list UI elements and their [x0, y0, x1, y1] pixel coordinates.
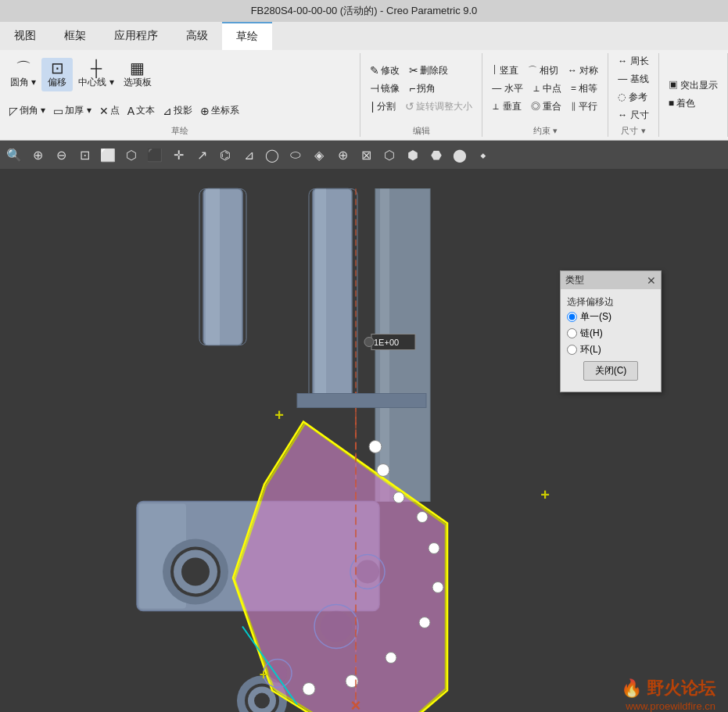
watermark: 🔥 野火论坛 www.proewildfire.cn — [621, 677, 715, 712]
cad-drawing: + + + × 1E+00 — [0, 169, 728, 712]
ribbon-btn-基线[interactable]: — 基线 — [615, 71, 651, 88]
svg-rect-6 — [315, 189, 326, 400]
tb-btn-orient3[interactable]: ⬛ — [144, 144, 166, 166]
ribbon-btn-水平[interactable]: — 水平 — [489, 81, 525, 97]
分割-icon: ∣ — [370, 100, 375, 113]
ribbon-btn-中心线-label: 中心线 ▾ — [78, 76, 113, 89]
选项板-icon: ▦ — [130, 60, 145, 76]
ribbon-btn-竖直[interactable]: ⏐ 竖直 — [489, 63, 521, 79]
radio-单一[interactable] — [567, 312, 577, 322]
ribbon-btn-坐标系[interactable]: ⊕ 坐标系 — [197, 102, 242, 119]
svg-text:+: + — [274, 406, 284, 424]
ribbon-btn-对称[interactable]: ↔ 对称 — [565, 63, 601, 79]
ribbon-group-dimension: ↔ 周长 — 基线 ◌ 参考 ↔ 尺寸 尺寸 ▾ — [608, 53, 658, 137]
ribbon-btn-平行[interactable]: ∥ 平行 — [568, 98, 601, 115]
ribbon-btn-删除段[interactable]: ✂ 删除段 — [406, 63, 451, 79]
menu-视图[interactable]: 视图 — [0, 22, 50, 50]
tb-btn-shape7[interactable]: ⬡ — [378, 144, 400, 166]
ribbon-btn-镜像[interactable]: ⊣ 镜像 — [367, 81, 403, 97]
ribbon-btn-删除段-label: 删除段 — [420, 64, 448, 77]
ribbon-btn-镜像-label: 镜像 — [381, 82, 400, 95]
ribbon-btn-拐角[interactable]: ⌐ 拐角 — [406, 81, 439, 97]
ribbon-btn-旋转调整大小[interactable]: ↺ 旋转调整大小 — [402, 98, 475, 115]
ribbon-btn-中心线[interactable]: ┼ 中心线 ▾ — [74, 58, 117, 91]
ribbon-group-items-sketching: ⌒ 圆角 ▾ ⊡ 偏移 ┼ 中心线 ▾ ▦ 选项板 — [6, 53, 353, 123]
ribbon-btn-周长[interactable]: ↔ 周长 — [615, 53, 651, 70]
tb-btn-shape3[interactable]: ⬭ — [285, 144, 307, 166]
ribbon-btn-垂直[interactable]: ⊥ 垂直 — [489, 98, 524, 115]
tb-btn-arrow[interactable]: ↗ — [191, 144, 213, 166]
ribbon-btn-点[interactable]: ✕ 点 — [96, 102, 123, 119]
ribbon-btn-投影[interactable]: ⊿ 投影 — [160, 102, 195, 119]
拐角-icon: ⌐ — [409, 82, 415, 95]
tb-btn-tri[interactable]: ⌬ — [214, 144, 236, 166]
tb-btn-zoom-out[interactable]: ⊖ — [50, 144, 72, 166]
ribbon-btn-突出显示[interactable]: ▣ 突出显示 — [665, 77, 721, 94]
ribbon-btn-相等[interactable]: = 相等 — [568, 81, 601, 97]
tb-btn-shape9[interactable]: ⬣ — [425, 144, 447, 166]
ribbon-btn-参考[interactable]: ◌ 参考 — [615, 89, 651, 106]
ribbon-group-constraint: ⏐ 竖直 ⌒ 相切 ↔ 对称 — 水平 ⊥ 中点 = 相等 ⊥ 垂直 ◎ 重合 … — [482, 53, 608, 137]
title-text: FB280S4-00-00-00 (活动的) - Creo Parametric… — [251, 4, 478, 18]
tb-btn-shape4[interactable]: ◈ — [308, 144, 330, 166]
ribbon-btn-重合[interactable]: ◎ 重合 — [528, 98, 565, 115]
文本-icon: A — [127, 105, 134, 117]
svg-text:+: + — [260, 667, 268, 682]
menu-框架[interactable]: 框架 — [50, 22, 100, 50]
ribbon-btn-圆角[interactable]: ⌒ 圆角 ▾ — [6, 58, 40, 91]
tb-btn-shape6[interactable]: ⊠ — [355, 144, 377, 166]
tb-btn-shape1[interactable]: ⊿ — [238, 144, 260, 166]
偏移-icon: ⊡ — [51, 60, 64, 76]
menu-草绘[interactable]: 草绘 — [222, 22, 272, 50]
ribbon-btn-投影-label: 投影 — [174, 104, 192, 117]
tb-btn-cursor[interactable]: ✛ — [167, 144, 189, 166]
ribbon-btn-尺寸[interactable]: ↔ 尺寸 — [615, 107, 651, 123]
type-dialog-subtitle: 选择偏移边 — [567, 295, 654, 309]
tb-btn-orient1[interactable]: ⬜ — [97, 144, 119, 166]
ribbon-group-label-dimension: 尺寸 ▾ — [621, 125, 645, 137]
svg-rect-3 — [206, 189, 220, 345]
ribbon-btn-偏移[interactable]: ⊡ 偏移 — [41, 58, 73, 91]
ribbon-btn-相切[interactable]: ⌒ 相切 — [525, 63, 561, 79]
旋转调整大小-icon: ↺ — [405, 100, 414, 113]
tb-btn-shape5[interactable]: ⊕ — [332, 144, 353, 166]
type-dialog-close-btn[interactable]: ✕ — [647, 275, 656, 286]
tb-btn-fit[interactable]: ⊡ — [74, 144, 95, 166]
tb-btn-shape8[interactable]: ⬢ — [402, 144, 424, 166]
svg-point-27 — [432, 582, 443, 593]
radio-环[interactable] — [567, 345, 577, 355]
svg-point-28 — [419, 617, 430, 628]
ribbon-group-label-constraint: 约束 ▾ — [533, 125, 558, 137]
svg-point-29 — [386, 653, 396, 664]
ribbon-btn-分割[interactable]: ∣ 分割 — [367, 98, 399, 115]
menu-bar: 视图 框架 应用程序 高级 草绘 — [0, 22, 728, 50]
ribbon: ⌒ 圆角 ▾ ⊡ 偏移 ┼ 中心线 ▾ ▦ 选项板 — [0, 50, 728, 141]
tb-btn-shape11[interactable]: ⬥ — [472, 144, 494, 166]
点-icon: ✕ — [99, 105, 109, 117]
ribbon-btn-加厚[interactable]: ▭ 加厚 ▾ — [50, 102, 94, 119]
svg-rect-43 — [297, 394, 426, 408]
radio-链[interactable] — [567, 328, 577, 338]
ribbon-btn-倒角[interactable]: ◸ 倒角 ▾ — [6, 102, 48, 119]
svg-point-25 — [417, 512, 428, 523]
tb-btn-orient2[interactable]: ⬡ — [120, 144, 142, 166]
watermark-brand: 🔥 野火论坛 — [621, 677, 715, 700]
ribbon-group-edit: ✎ 修改 ✂ 删除段 ⊣ 镜像 — [360, 53, 482, 137]
tb-btn-shape2[interactable]: ◯ — [261, 144, 283, 166]
ribbon-btn-选项板[interactable]: ▦ 选项板 — [120, 58, 156, 91]
ribbon-btn-着色[interactable]: ■ 着色 — [665, 95, 721, 112]
ribbon-group-items-edit: ✎ 修改 ✂ 删除段 ⊣ 镜像 — [367, 53, 475, 123]
ribbon-btn-修改-label: 修改 — [381, 64, 400, 77]
ribbon-group-items-display: ▣ 突出显示 ■ 着色 — [665, 53, 721, 135]
镜像-icon: ⊣ — [370, 82, 379, 95]
menu-高级[interactable]: 高级 — [172, 22, 222, 50]
ribbon-btn-修改[interactable]: ✎ 修改 — [367, 63, 403, 79]
ribbon-btn-文本[interactable]: A 文本 — [124, 102, 158, 119]
tb-btn-shape10[interactable]: ⬤ — [449, 144, 471, 166]
svg-point-31 — [303, 683, 315, 696]
ribbon-btn-中点[interactable]: ⊥ 中点 — [529, 81, 565, 97]
tb-btn-search[interactable]: 🔍 — [3, 144, 25, 166]
menu-应用程序[interactable]: 应用程序 — [100, 22, 172, 50]
dialog-close-button[interactable]: 关闭(C) — [583, 361, 639, 381]
tb-btn-zoom-in[interactable]: ⊕ — [27, 144, 48, 166]
